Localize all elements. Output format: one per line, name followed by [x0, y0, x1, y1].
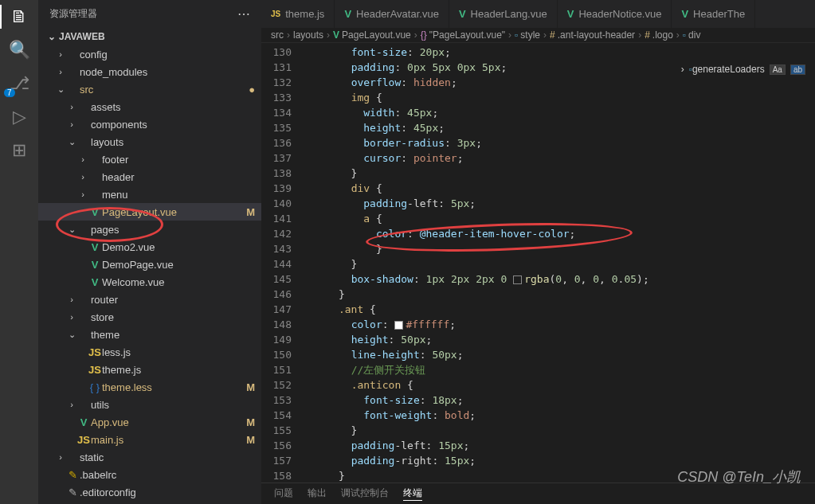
sidebar: 资源管理器 ⋯ ⌄JAVAWEB ›config›node_modules⌄sr… — [38, 0, 261, 504]
tree-item-config[interactable]: ›config — [38, 45, 261, 63]
tree-item-node_modules[interactable]: ›node_modules — [38, 63, 261, 80]
breadcrumb[interactable]: src›layouts›V PageLayout.vue›{} "PageLay… — [261, 28, 815, 43]
tree-item-demopage-vue[interactable]: VDemoPage.vue — [38, 256, 261, 273]
tree-item-main-js[interactable]: JSmain.jsM — [38, 431, 261, 448]
tree-item-header[interactable]: ›header — [38, 168, 261, 186]
panel-tab-2[interactable]: 调试控制台 — [341, 486, 389, 501]
tree-item-router[interactable]: ›router — [38, 291, 261, 308]
panel-tabs: 问题输出调试控制台终端 — [261, 483, 815, 504]
tab-theme-js[interactable]: JStheme.js — [261, 0, 335, 28]
tree-item-pagelayout-vue[interactable]: VPageLayout.vueM — [38, 203, 261, 221]
extensions-icon[interactable]: ⊞ — [9, 140, 29, 161]
tabbar: JStheme.jsVHeaderAvatar.vueVHeaderLang.v… — [261, 0, 815, 28]
code-content[interactable]: font-size: 20px; padding: 0px 5px 0px 5p… — [301, 43, 815, 483]
tree-item--babelrc[interactable]: ✎.babelrc — [38, 466, 261, 483]
tree-item-demo2-vue[interactable]: VDemo2.vue — [38, 238, 261, 256]
tree-item--editorconfig[interactable]: ✎.editorconfig — [38, 483, 261, 501]
tab-headeravatar-vue[interactable]: VHeaderAvatar.vue — [335, 0, 449, 28]
tree-item-less-js[interactable]: JSless.js — [38, 343, 261, 361]
tree-item-store[interactable]: ›store — [38, 308, 261, 326]
tree-item-layouts[interactable]: ⌄layouts — [38, 133, 261, 150]
tree-item-theme[interactable]: ⌄theme — [38, 326, 261, 343]
tree-item-theme-less[interactable]: { }theme.lessM — [38, 378, 261, 396]
source-control-icon[interactable]: ⎇7 — [9, 73, 29, 94]
tab-headerlang-vue[interactable]: VHeaderLang.vue — [449, 0, 558, 28]
activity-bar: 🗎 🔍 ⎇7 ▷ ⊞ — [0, 0, 38, 504]
file-tree: ›config›node_modules⌄src●›assets›compone… — [38, 45, 261, 504]
more-icon[interactable]: ⋯ — [237, 6, 250, 21]
tree-item-app-vue[interactable]: VApp.vueM — [38, 413, 261, 431]
tree-item-assets[interactable]: ›assets — [38, 98, 261, 115]
panel-tab-0[interactable]: 问题 — [274, 486, 293, 501]
tree-item-utils[interactable]: ›utils — [38, 396, 261, 413]
tree-item-components[interactable]: ›components — [38, 115, 261, 133]
tab-headerthe[interactable]: VHeaderThe — [672, 0, 755, 28]
tree-item-menu[interactable]: ›menu — [38, 186, 261, 203]
project-row[interactable]: ⌄JAVAWEB — [38, 28, 261, 45]
tree-item-welcome-vue[interactable]: VWelcome.vue — [38, 273, 261, 291]
tree-item-theme-js[interactable]: JStheme.js — [38, 361, 261, 378]
tree-item-footer[interactable]: ›footer — [38, 150, 261, 168]
run-debug-icon[interactable]: ▷ — [9, 107, 29, 127]
panel-tab-1[interactable]: 输出 — [308, 486, 327, 501]
editor-area: JStheme.jsVHeaderAvatar.vueVHeaderLang.v… — [261, 0, 815, 504]
sidebar-title: 资源管理器 — [49, 7, 97, 21]
explorer-icon[interactable]: 🗎 — [9, 6, 29, 27]
search-icon[interactable]: 🔍 — [9, 40, 29, 61]
tree-item-src[interactable]: ⌄src● — [38, 80, 261, 98]
tree-item-pages[interactable]: ⌄pages — [38, 221, 261, 238]
panel-tab-3[interactable]: 终端 — [403, 486, 422, 501]
tree-item-static[interactable]: ›static — [38, 448, 261, 466]
tab-headernotice-vue[interactable]: VHeaderNotice.vue — [558, 0, 672, 28]
line-gutter: 130 131 132 133 134 135 136 137 138 139 … — [261, 43, 301, 483]
